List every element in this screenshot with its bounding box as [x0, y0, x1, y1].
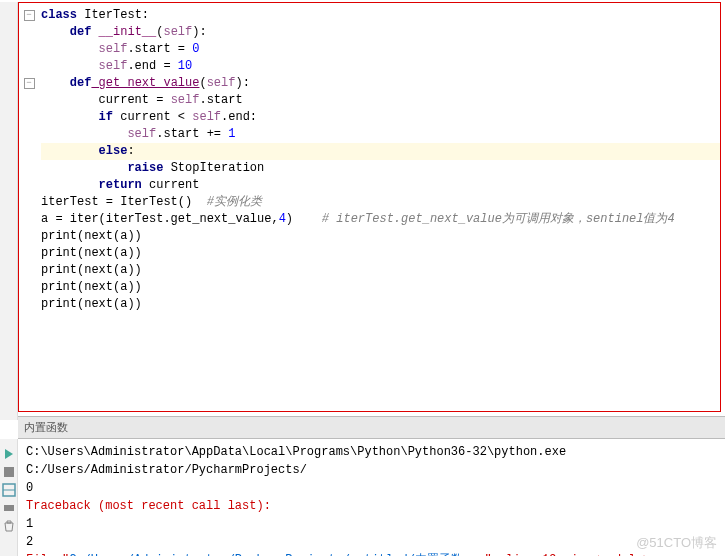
console-line: File "C:/Users/Administrator/PycharmProj…	[26, 551, 717, 556]
code-line[interactable]: print(next(a))	[41, 228, 720, 245]
code-line[interactable]: def __init__(self):	[41, 24, 720, 41]
code-line[interactable]: self.end = 10	[41, 58, 720, 75]
layout-icon[interactable]	[2, 483, 16, 497]
code-line[interactable]: else:	[41, 143, 720, 160]
code-line[interactable]: def get_next_value(self):	[41, 75, 720, 92]
console-line: 0	[26, 479, 717, 497]
run-panel-tab[interactable]: 内置函数	[18, 416, 725, 439]
svg-rect-3	[4, 505, 14, 511]
code-line[interactable]: a = iter(iterTest.get_next_value,4) # it…	[41, 211, 720, 228]
code-line[interactable]: print(next(a))	[41, 296, 720, 313]
watermark: @51CTO博客	[636, 534, 717, 552]
code-line[interactable]: iterTest = IterTest() #实例化类	[41, 194, 720, 211]
code-line[interactable]: print(next(a))	[41, 279, 720, 296]
code-line[interactable]: self.start = 0	[41, 41, 720, 58]
code-line[interactable]: return current	[41, 177, 720, 194]
console-line: C:\Users\Administrator\AppData\Local\Pro…	[26, 443, 717, 479]
code-line[interactable]: current = self.start	[41, 92, 720, 109]
rerun-icon[interactable]	[2, 447, 16, 461]
code-line[interactable]: print(next(a))	[41, 262, 720, 279]
fold-gutter: − −	[19, 7, 39, 92]
code-line[interactable]: class IterTest:	[41, 7, 720, 24]
code-line[interactable]: self.start += 1	[41, 126, 720, 143]
console-line: 1	[26, 515, 717, 533]
svg-rect-0	[4, 467, 14, 477]
delete-icon[interactable]	[2, 519, 16, 533]
editor-left-gutter	[0, 2, 18, 420]
console-output[interactable]: C:\Users\Administrator\AppData\Local\Pro…	[18, 439, 725, 556]
fold-icon[interactable]: −	[24, 78, 35, 89]
code-line[interactable]: raise StopIteration	[41, 160, 720, 177]
console-line: Traceback (most recent call last):	[26, 497, 717, 515]
print-icon[interactable]	[2, 501, 16, 515]
code-line[interactable]: if current < self.end:	[41, 109, 720, 126]
console-toolbar	[0, 439, 18, 556]
stop-icon[interactable]	[2, 465, 16, 479]
fold-icon[interactable]: −	[24, 10, 35, 21]
code-line[interactable]: print(next(a))	[41, 245, 720, 262]
code-editor[interactable]: − − class IterTest: def __init__(self): …	[18, 2, 721, 412]
console-line: 2	[26, 533, 717, 551]
